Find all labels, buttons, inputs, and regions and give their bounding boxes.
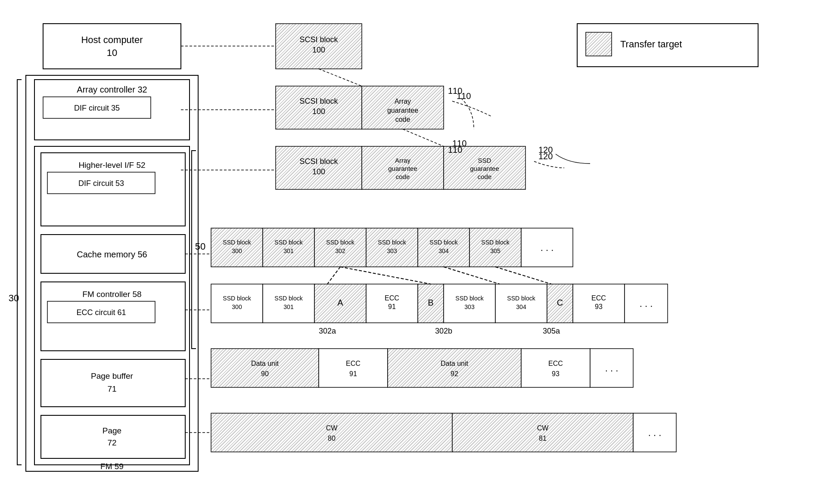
svg-text:ECC circuit 61: ECC circuit 61	[76, 308, 126, 317]
svg-text:SCSI block: SCSI block	[299, 97, 338, 105]
arrow-scsi-to-array	[319, 69, 362, 86]
svg-text:C: C	[557, 298, 563, 307]
svg-text:SSD block: SSD block	[481, 239, 510, 246]
svg-rect-112	[319, 349, 388, 387]
svg-text:SSD block: SSD block	[326, 239, 354, 246]
svg-text:ECC: ECC	[346, 360, 361, 367]
svg-text:Transfer target: Transfer target	[620, 39, 682, 49]
fm-controller-box: FM controller 58 ECC circuit 61	[41, 282, 185, 351]
svg-text:ECC: ECC	[548, 360, 563, 367]
svg-text:100: 100	[312, 107, 325, 116]
svg-text:300: 300	[232, 247, 242, 254]
svg-text:SSD block: SSD block	[223, 239, 251, 246]
svg-text:10: 10	[107, 47, 117, 58]
svg-text:code: code	[478, 173, 492, 180]
svg-text:FM 59: FM 59	[100, 462, 124, 471]
svg-text:Array controller 32: Array controller 32	[77, 85, 147, 94]
svg-text:93: 93	[552, 370, 560, 377]
svg-rect-126	[452, 413, 633, 452]
svg-text:ECC: ECC	[591, 294, 606, 302]
legend: Transfer target	[577, 24, 758, 67]
svg-text:DIF circuit  53: DIF circuit 53	[78, 179, 124, 188]
svg-text:CW: CW	[326, 424, 338, 432]
svg-text:80: 80	[328, 435, 336, 442]
host-computer-box: Host computer 10	[43, 24, 181, 69]
svg-text:302b: 302b	[435, 327, 452, 335]
svg-text:304: 304	[438, 247, 449, 254]
svg-text:81: 81	[539, 435, 547, 442]
svg-text:SSD block: SSD block	[507, 295, 535, 302]
svg-text:Higher-level I/F 52: Higher-level I/F 52	[78, 161, 145, 170]
svg-text:304: 304	[516, 303, 526, 310]
arrow-302-to-302b	[340, 267, 431, 284]
row-page: CW 80 CW 81 . . .	[211, 413, 676, 452]
svg-text:92: 92	[451, 370, 458, 377]
svg-text:91: 91	[349, 370, 357, 377]
svg-text:303: 303	[387, 247, 397, 254]
svg-text:302a: 302a	[319, 327, 336, 335]
svg-text:CW: CW	[537, 424, 549, 432]
row-cache: SSD block 300 SSD block 301 SSD block 30…	[211, 228, 573, 267]
svg-text:B: B	[428, 298, 433, 307]
svg-text:SSD block: SSD block	[223, 295, 251, 302]
svg-text:SSD block: SSD block	[274, 295, 303, 302]
svg-rect-32	[41, 415, 185, 458]
svg-text:301: 301	[283, 303, 294, 310]
svg-text:guarantee: guarantee	[388, 165, 417, 172]
svg-text:91: 91	[388, 303, 396, 310]
svg-text:SSD block: SSD block	[455, 295, 484, 302]
svg-text:90: 90	[261, 370, 269, 377]
svg-text:Data unit: Data unit	[251, 360, 279, 367]
svg-text:Array: Array	[395, 157, 410, 164]
row-higher-level: SCSI block 100 Array guarantee code SSD …	[276, 139, 564, 189]
svg-text:. . .: . . .	[605, 363, 619, 374]
svg-text:guarantee: guarantee	[387, 107, 418, 114]
svg-text:303: 303	[464, 303, 475, 310]
svg-text:302: 302	[335, 247, 345, 254]
label-110-mid: 110	[448, 145, 462, 155]
svg-text:305: 305	[490, 247, 501, 254]
svg-text:code: code	[395, 116, 410, 123]
arrow-305-to-305a	[495, 267, 551, 284]
svg-text:guarantee: guarantee	[470, 165, 499, 172]
svg-text:SSD block: SSD block	[274, 239, 303, 246]
svg-text:100: 100	[312, 167, 325, 176]
svg-text:Data unit: Data unit	[441, 360, 469, 367]
svg-text:305a: 305a	[543, 327, 560, 335]
svg-text:A: A	[337, 298, 343, 307]
label-50: 50	[195, 241, 205, 252]
svg-text:. . .: . . .	[640, 298, 653, 309]
svg-text:Cache memory 56: Cache memory 56	[77, 250, 147, 259]
svg-text:93: 93	[595, 303, 603, 310]
svg-rect-109	[211, 349, 319, 387]
svg-text:71: 71	[107, 384, 116, 393]
svg-text:100: 100	[312, 46, 325, 54]
svg-text:301: 301	[283, 247, 294, 254]
svg-text:SSD block: SSD block	[378, 239, 406, 246]
svg-text:Array: Array	[395, 98, 411, 105]
svg-rect-29	[41, 359, 185, 407]
arrow-array-to-hlif	[403, 129, 444, 146]
array-controller-box: Array controller 32 DIF circuit 35	[34, 80, 190, 140]
row-fm-controller: SSD block 300 SSD block 301 A ECC 91 B S…	[211, 284, 668, 335]
svg-text:SSD block: SSD block	[429, 239, 458, 246]
row-page-buffer: Data unit 90 ECC 91 Data unit 92 ECC 93 …	[211, 349, 633, 387]
svg-text:SCSI block: SCSI block	[299, 157, 338, 166]
svg-rect-9	[43, 24, 181, 69]
brace-30	[17, 80, 22, 465]
label-120: 120	[538, 145, 553, 155]
svg-text:DIF circuit  35: DIF circuit 35	[74, 104, 120, 112]
page-buffer-box: Page buffer 71	[41, 359, 185, 407]
svg-text:code: code	[396, 173, 410, 180]
svg-text:ECC: ECC	[385, 294, 399, 302]
svg-text:SCSI block: SCSI block	[299, 35, 338, 44]
diagram: Transfer target Host computer 10 Array c…	[0, 0, 827, 504]
svg-text:72: 72	[107, 438, 116, 447]
row-host: SCSI block 100	[276, 24, 362, 69]
svg-text:. . .: . . .	[541, 242, 554, 253]
higher-level-if-box: Higher-level I/F 52 DIF circuit 53	[41, 153, 185, 226]
svg-text:SSD: SSD	[478, 157, 491, 164]
svg-rect-118	[521, 349, 590, 387]
arrow-304-to-fm	[444, 267, 500, 284]
svg-rect-115	[388, 349, 521, 387]
